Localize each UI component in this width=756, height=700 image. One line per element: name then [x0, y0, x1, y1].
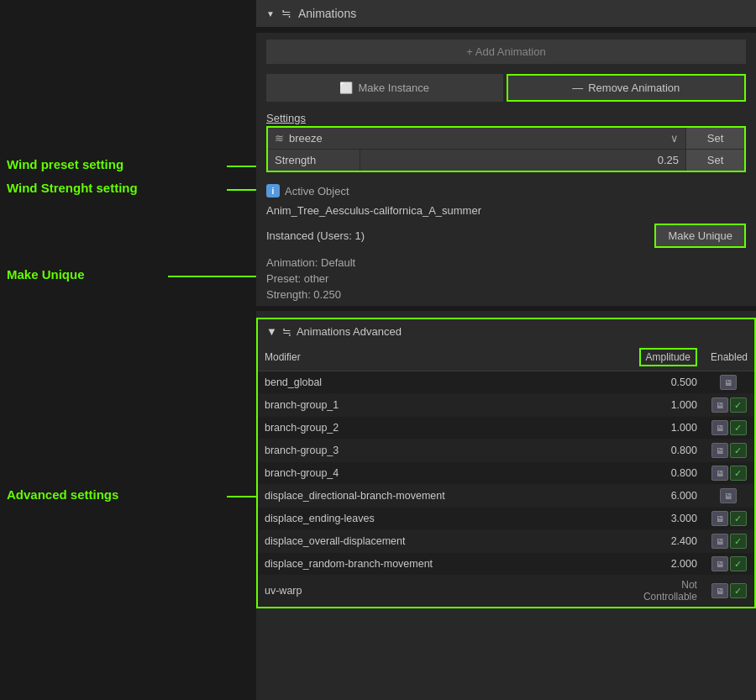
annotation-line-2 — [227, 189, 260, 191]
main-panel: ▼ ≒ Animations + Add Animation ⬜ Make In… — [256, 0, 756, 700]
modifier-amplitude: 2.000 — [633, 553, 704, 576]
check-icon[interactable]: ✓ — [730, 583, 747, 598]
modifier-amplitude: 0.800 — [633, 439, 704, 462]
make-instance-button[interactable]: ⬜ Make Instance — [266, 74, 503, 102]
check-icon[interactable]: ✓ — [730, 466, 747, 481]
monitor-icon[interactable]: 🖥 — [720, 375, 737, 390]
annotation-line-3 — [168, 276, 265, 277]
divider-2 — [256, 306, 756, 311]
monitor-icon[interactable]: 🖥 — [711, 511, 728, 526]
check-icon[interactable]: ✓ — [730, 511, 747, 526]
wind-preset-row: ≋ breeze ∨ Set — [268, 128, 744, 150]
modifier-amplitude: 3.000 — [633, 508, 704, 530]
make-instance-icon: ⬜ — [339, 82, 353, 94]
animations-title: Animations — [298, 7, 356, 20]
modifier-table: Modifier Amplitude Enabled bend_global0.… — [258, 344, 754, 607]
preset-info-row: Preset: other — [266, 271, 746, 287]
monitor-icon[interactable]: 🖥 — [711, 583, 728, 598]
modifier-name: branch-group_2 — [258, 417, 633, 439]
table-row: uv-warpNot Controllable🖥✓ — [258, 576, 754, 607]
strength-value: 0.25 — [658, 154, 679, 166]
wind-strength-label: Wind Strenght setting — [7, 181, 138, 195]
modifier-enabled[interactable]: 🖥✓ — [704, 394, 754, 417]
make-unique-label: Make Unique — [7, 267, 85, 282]
modifier-enabled[interactable]: 🖥✓ — [704, 439, 754, 462]
monitor-icon[interactable]: 🖥 — [711, 534, 728, 549]
col-amplitude-header: Amplitude — [633, 344, 704, 371]
strength-row: Strength 0.25 Set — [268, 150, 744, 171]
check-icon[interactable]: ✓ — [730, 443, 747, 458]
modifier-enabled[interactable]: 🖥 — [704, 371, 754, 394]
not-controllable-text: Not Controllable — [643, 579, 697, 603]
table-row: displace_overall-displacement2.400🖥✓ — [258, 530, 754, 553]
object-name-row: Anim_Tree_Aesculus-californica_A_summer — [256, 203, 756, 220]
modifier-amplitude: Not Controllable — [633, 576, 704, 607]
table-row: branch-group_30.800🖥✓ — [258, 439, 754, 462]
make-instance-label: Make Instance — [358, 82, 429, 94]
wind-preset-label: Wind preset setting — [7, 157, 123, 171]
modifier-enabled[interactable]: 🖥✓ — [704, 417, 754, 439]
remove-animation-button[interactable]: — Remove Animation — [507, 74, 747, 102]
check-icon[interactable]: ✓ — [730, 556, 747, 571]
info-icon: i — [266, 184, 280, 197]
advanced-title: Animations Advanced — [297, 325, 402, 338]
modifier-enabled[interactable]: 🖥✓ — [704, 462, 754, 485]
strength-value-cell: 0.25 — [360, 150, 685, 171]
monitor-icon[interactable]: 🖥 — [720, 488, 737, 503]
modifier-enabled[interactable]: 🖥✓ — [704, 508, 754, 530]
col-enabled-header: Enabled — [704, 344, 754, 371]
remove-animation-label: Remove Animation — [588, 82, 680, 94]
modifier-enabled[interactable]: 🖥✓ — [704, 576, 754, 607]
annotation-line-1 — [227, 166, 260, 167]
make-unique-button[interactable]: Make Unique — [654, 224, 746, 248]
wind-preset-chevron: ∨ — [670, 132, 679, 145]
modifier-amplitude: 0.500 — [633, 371, 704, 394]
modifier-enabled[interactable]: 🖥 — [704, 485, 754, 508]
advanced-triangle-icon[interactable]: ▼ — [266, 325, 277, 338]
annotation-line-4 — [227, 496, 260, 497]
collapse-triangle-icon[interactable]: ▼ — [266, 9, 275, 18]
check-icon[interactable]: ✓ — [730, 397, 747, 413]
action-row: ⬜ Make Instance — Remove Animation — [256, 71, 756, 108]
modifier-enabled[interactable]: 🖥✓ — [704, 530, 754, 553]
monitor-icon[interactable]: 🖥 — [711, 466, 728, 481]
instanced-row: Instanced (Users: 1) Make Unique — [256, 220, 756, 251]
modifier-name: displace_overall-displacement — [258, 530, 633, 553]
modifier-enabled[interactable]: 🖥✓ — [704, 553, 754, 576]
settings-box: ≋ breeze ∨ Set Strength 0.25 Set — [266, 126, 746, 172]
advanced-section: ▼ ≒ Animations Advanced Modifier Amplitu… — [256, 318, 756, 608]
wind-preset-left: ≋ breeze ∨ — [268, 128, 685, 149]
table-row: branch-group_11.000🖥✓ — [258, 394, 754, 417]
wind-preset-value: breeze — [289, 132, 665, 145]
strength-label-cell: Strength — [268, 150, 360, 171]
wind-preset-set-button[interactable]: Set — [685, 128, 744, 149]
strength-info-row: Strength: 0.250 — [266, 287, 746, 303]
table-row: displace_ending-leaves3.000🖥✓ — [258, 508, 754, 530]
remove-animation-icon: — — [572, 82, 583, 94]
col-modifier-header: Modifier — [258, 344, 633, 371]
monitor-icon[interactable]: 🖥 — [711, 420, 728, 435]
make-unique-annotation: Make Unique — [7, 267, 85, 282]
monitor-icon[interactable]: 🖥 — [711, 556, 728, 571]
advanced-settings-annotation: Advanced settings — [7, 487, 118, 502]
active-object-row: i Active Object — [256, 179, 756, 203]
add-animation-button[interactable]: + Add Animation — [266, 39, 746, 64]
table-row: branch-group_21.000🖥✓ — [258, 417, 754, 439]
table-row: displace_directional-branch-movement6.00… — [258, 485, 754, 508]
wind-preset-icon: ≋ — [275, 132, 284, 145]
active-object-label: Active Object — [285, 185, 349, 197]
monitor-icon[interactable]: 🖥 — [711, 443, 728, 458]
animations-header: ▼ ≒ Animations — [256, 0, 756, 28]
strength-label: Strength — [275, 154, 316, 166]
check-icon[interactable]: ✓ — [730, 420, 747, 435]
modifier-name: bend_global — [258, 371, 633, 394]
modifier-amplitude: 1.000 — [633, 394, 704, 417]
monitor-icon[interactable]: 🖥 — [711, 397, 728, 413]
object-name: Anim_Tree_Aesculus-californica_A_summer — [266, 204, 481, 217]
check-icon[interactable]: ✓ — [730, 534, 747, 549]
wind-preset-annotation: Wind preset setting — [7, 157, 123, 171]
table-row: bend_global0.500🖥 — [258, 371, 754, 394]
strength-set-button[interactable]: Set — [685, 150, 744, 171]
table-row: branch-group_40.800🖥✓ — [258, 462, 754, 485]
modifier-name: displace_ending-leaves — [258, 508, 633, 530]
